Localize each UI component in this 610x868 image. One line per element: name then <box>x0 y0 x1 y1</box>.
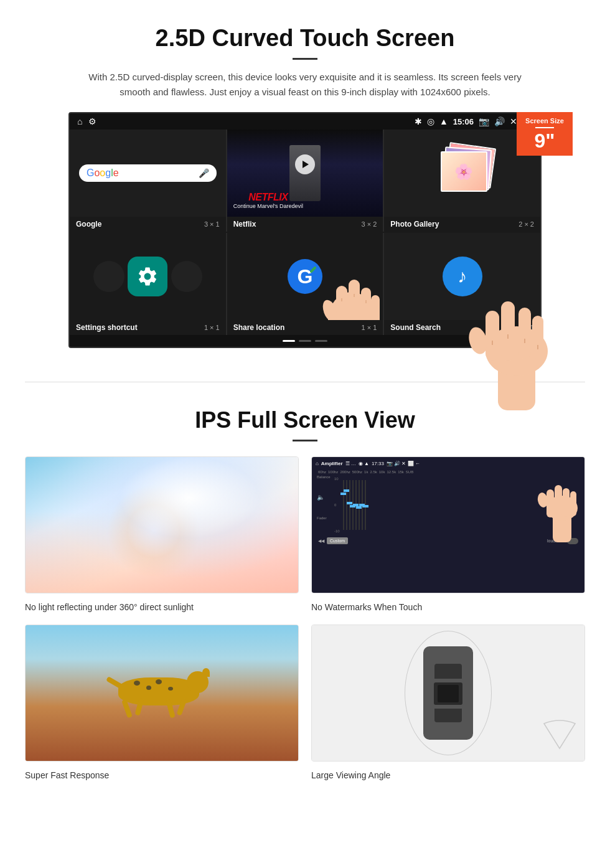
amp-controls: 📷 🔊 ✕ ⬜ ← <box>387 461 420 466</box>
feature-car-image <box>311 625 585 762</box>
svg-text:G: G <box>298 265 313 288</box>
amp-prev-icon: ◀◀ <box>318 539 324 544</box>
car-cabin <box>434 682 462 705</box>
amp-signal-icon: ◉ ▲ <box>359 461 369 466</box>
svg-rect-25 <box>555 485 562 517</box>
amp-slider-8 <box>365 477 366 533</box>
feature-car: Large Viewing Angle <box>311 625 585 780</box>
app-grid-bottom: Settings shortcut 1 × 1 G <box>70 233 540 335</box>
app-cell-share[interactable]: G <box>227 233 383 335</box>
gallery-photo-3: 🌸 <box>441 151 487 192</box>
svg-rect-5 <box>361 288 371 320</box>
viewing-angle-arc <box>541 717 578 755</box>
usb-icon: ⚙ <box>88 116 96 126</box>
amp-eq-bars: 10 0 -10 <box>334 474 581 536</box>
amp-slider-1 <box>343 477 344 533</box>
section2-title: IPS Full Screen View <box>25 407 585 433</box>
car-roof-panel <box>438 685 459 702</box>
amp-hand-icon <box>537 468 585 545</box>
gallery-app-size: 2 × 2 <box>518 220 534 228</box>
gallery-label-row: Photo Gallery 2 × 2 <box>384 217 540 232</box>
google-label-row: Google 3 × 1 <box>70 217 226 232</box>
google-search-bar[interactable]: Google 🎤 <box>79 164 217 182</box>
svg-rect-26 <box>563 488 570 517</box>
bluetooth-icon: ✱ <box>415 116 422 126</box>
volume-icon: 🔊 <box>494 116 505 126</box>
cheetah-image <box>26 625 298 761</box>
title-divider <box>293 58 317 60</box>
section1-description: With 2.5D curved-display screen, this de… <box>87 70 523 100</box>
amp-main-area: Balance 🔈 Fader 10 0 -10 <box>316 474 581 536</box>
netflix-label-row: Netflix 3 × 2 <box>227 217 383 232</box>
section1-title: 2.5D Curved Touch Screen <box>37 25 573 52</box>
share-cell-inner: G <box>227 233 383 320</box>
pointing-hand-icon <box>317 233 383 320</box>
settings-icon-container[interactable] <box>128 257 167 296</box>
feature-sunlight: No light reflecting under 360° direct su… <box>25 456 299 612</box>
badge-divider <box>535 127 554 128</box>
app-cell-netflix[interactable]: NETFLIX Continue Marvel's Daredevil Netf… <box>227 130 383 232</box>
section-ips-view: IPS Full Screen View No light reflecting… <box>0 401 610 799</box>
camera-icon: 📷 <box>479 116 489 126</box>
feature-cheetah: Super Fast Response <box>25 625 299 780</box>
netflix-cell-inner: NETFLIX Continue Marvel's Daredevil <box>227 130 383 217</box>
netflix-app-name: Netflix <box>233 220 256 229</box>
pagination-dots <box>70 335 540 347</box>
sound-label-row: Sound Search 1 × 1 <box>384 320 540 335</box>
netflix-app-size: 3 × 2 <box>362 220 377 228</box>
gallery-stack: 🌸 <box>431 145 494 201</box>
amp-slider-5 <box>355 477 357 533</box>
share-label-row: Share location 1 × 1 <box>227 320 383 335</box>
badge-size: 9" <box>535 130 555 152</box>
settings-app-name: Settings shortcut <box>76 323 138 332</box>
feature-sunlight-caption: No light reflecting under 360° direct su… <box>25 602 299 612</box>
google-app-name: Google <box>76 220 101 229</box>
app-cell-google[interactable]: Google 🎤 Google 3 × 1 <box>70 130 226 232</box>
car-top-image <box>312 625 584 761</box>
amp-sliders <box>343 477 366 533</box>
dot-1 <box>299 340 311 342</box>
share-app-name: Share location <box>233 323 285 332</box>
feature-car-caption: Large Viewing Angle <box>311 770 585 780</box>
app-cell-sound[interactable]: ♪ Sound Search 1 × 1 <box>384 233 540 335</box>
app-cell-settings[interactable]: Settings shortcut 1 × 1 <box>70 233 226 335</box>
amp-menu-icon: ☰ … <box>345 461 356 466</box>
netflix-logo: NETFLIX <box>233 192 303 203</box>
status-bar-left: ⌂ ⚙ <box>77 116 96 126</box>
feature-amplifier: ⌂ Amplifier ☰ … ◉ ▲ 17:33 📷 🔊 ✕ ⬜ ← 60hz… <box>311 456 585 612</box>
feature-amplifier-image: ⌂ Amplifier ☰ … ◉ ▲ 17:33 📷 🔊 ✕ ⬜ ← 60hz… <box>311 456 585 593</box>
svg-rect-27 <box>570 491 576 516</box>
amp-side-labels: Balance 🔈 Fader <box>316 474 333 536</box>
gallery-app-name: Photo Gallery <box>390 220 439 229</box>
amp-title: Amplifier <box>321 461 343 466</box>
feature-cheetah-caption: Super Fast Response <box>25 770 299 780</box>
section-curved-screen: 2.5D Curved Touch Screen With 2.5D curve… <box>0 0 610 363</box>
sound-app-name: Sound Search <box>390 323 441 332</box>
screen-size-badge: Screen Size 9" <box>517 112 573 156</box>
amp-custom-button: Custom <box>327 537 348 544</box>
status-bar-right: ✱ ◎ ▲ 15:06 📷 🔊 ✕ ⬜ <box>415 116 533 126</box>
play-button[interactable] <box>295 154 315 174</box>
settings-app-size: 1 × 1 <box>204 324 220 331</box>
amp-db-scale: 10 0 -10 <box>334 477 340 533</box>
dot-active <box>283 340 295 342</box>
feature-sunlight-image <box>25 456 299 593</box>
google-mic-icon[interactable]: 🎤 <box>199 168 209 178</box>
amp-slider-2 <box>346 477 347 533</box>
home-icon: ⌂ <box>77 116 82 126</box>
car-windshield-front <box>434 664 462 679</box>
ghost-circle-2 <box>171 261 202 292</box>
google-app-size: 3 × 1 <box>204 220 220 228</box>
dot-2 <box>315 340 327 342</box>
status-bar: ⌂ ⚙ ✱ ◎ ▲ 15:06 📷 🔊 ✕ ⬜ <box>70 113 540 130</box>
ghost-circle-1 <box>93 261 124 292</box>
sound-search-icon-bg[interactable]: ♪ <box>443 257 482 296</box>
page-divider <box>25 382 585 382</box>
car-body <box>423 646 473 740</box>
music-note-icon: ♪ <box>458 266 467 287</box>
app-grid: Google 🎤 Google 3 × 1 <box>70 130 540 232</box>
svg-rect-4 <box>349 280 360 320</box>
amplifier-screen: ⌂ Amplifier ☰ … ◉ ▲ 17:33 📷 🔊 ✕ ⬜ ← 60hz… <box>312 457 584 593</box>
cheetah-shape <box>26 625 298 761</box>
device-screen: ⌂ ⚙ ✱ ◎ ▲ 15:06 📷 🔊 ✕ ⬜ <box>68 112 542 348</box>
